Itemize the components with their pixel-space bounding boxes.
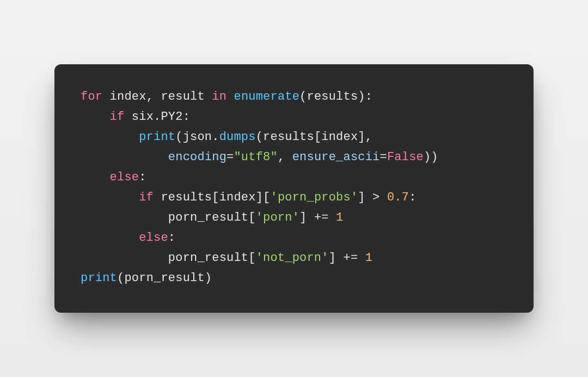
string-porn-probs: 'porn_probs': [270, 191, 358, 204]
keyword-else: else: [139, 231, 168, 245]
comma: ,: [146, 90, 154, 104]
bool-false: False: [387, 150, 424, 164]
indent: [81, 130, 139, 144]
paren-close: )): [424, 150, 438, 164]
ident-six-py2: six.PY2:: [124, 110, 190, 124]
equals: =: [380, 150, 387, 164]
bracket-close-pluseq: ] +=: [329, 251, 365, 265]
keyword-in: in: [212, 90, 226, 104]
space: [226, 90, 234, 104]
ident-results: results: [307, 90, 358, 104]
keyword-if: if: [110, 110, 125, 124]
indent: [81, 191, 139, 204]
number-1: 1: [365, 251, 372, 265]
colon: :: [409, 191, 416, 204]
ident-result: result: [154, 90, 212, 104]
paren-open: (: [175, 130, 182, 144]
ident-results: results: [161, 191, 212, 204]
equals: =: [226, 150, 234, 164]
string-not-porn: 'not_porn': [256, 251, 329, 265]
ident-results: results: [263, 130, 314, 144]
indent: [81, 171, 110, 184]
colon: :: [168, 231, 175, 245]
number-1: 1: [336, 211, 343, 224]
bracket-index-comma: [index],: [314, 130, 372, 144]
number-07: 0.7: [387, 191, 409, 204]
keyword-for: for: [81, 90, 102, 104]
indent: [81, 251, 168, 265]
string-utf8: "utf8": [234, 150, 277, 164]
code-block: for index, result in enumerate(results):…: [81, 87, 507, 289]
code-card: for index, result in enumerate(results):…: [54, 64, 534, 313]
indent: [81, 150, 168, 164]
keyword-if: if: [139, 191, 154, 204]
indent: [81, 231, 139, 245]
indent: [81, 211, 168, 224]
fn-dumps: dumps: [219, 130, 256, 144]
param-ensure-ascii: ensure_ascii: [292, 150, 380, 164]
param-encoding: encoding: [168, 150, 226, 164]
paren-open: (: [117, 271, 124, 285]
fn-print: print: [81, 271, 117, 285]
ident-json: json.: [183, 130, 219, 144]
paren-open: (: [299, 90, 307, 104]
fn-enumerate: enumerate: [234, 90, 299, 104]
comma: ,: [278, 150, 292, 164]
colon: :: [139, 171, 146, 184]
paren-close: ): [205, 271, 212, 285]
fn-print: print: [139, 130, 175, 144]
paren-open: (: [256, 130, 263, 144]
space: [154, 191, 161, 204]
ident-porn-result: porn_result[: [168, 251, 256, 265]
string-porn: 'porn': [256, 211, 299, 224]
bracket-open: [index][: [212, 191, 270, 204]
bracket-close-gt: ] >: [358, 191, 387, 204]
keyword-else: else: [110, 171, 139, 184]
bracket-close-pluseq: ] +=: [299, 211, 336, 224]
ident-porn-result: porn_result[: [168, 211, 256, 224]
indent: [81, 110, 110, 124]
ident-porn-result: porn_result: [124, 271, 204, 285]
ident-index: index: [102, 90, 146, 104]
paren-close-colon: ):: [358, 90, 372, 104]
